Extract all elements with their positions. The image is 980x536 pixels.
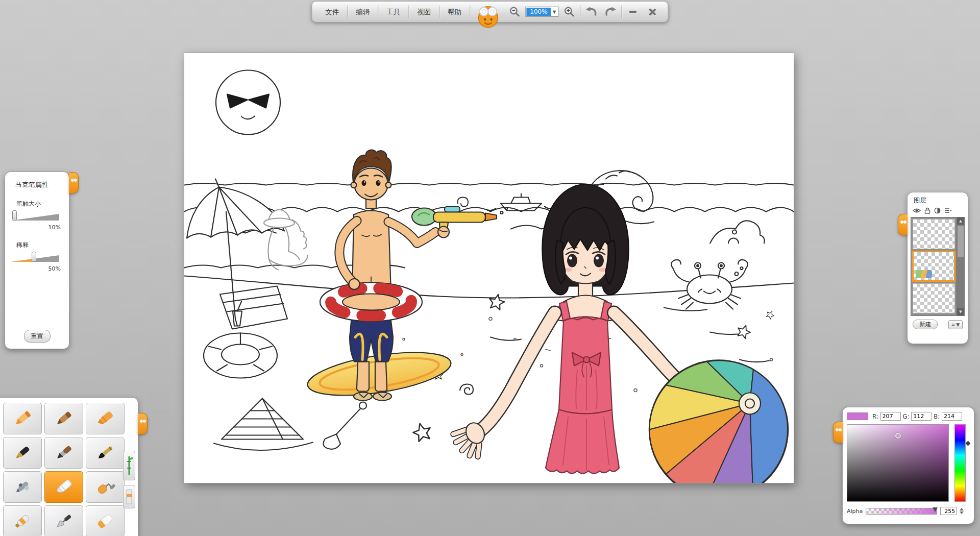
reset-button[interactable]: 重置 [24, 330, 51, 343]
alpha-spinner[interactable] [960, 508, 964, 514]
paper-roll-button[interactable] [123, 485, 135, 508]
b-input[interactable] [942, 412, 962, 421]
menu-tools[interactable]: 工具 [379, 2, 407, 22]
dilution-label: 稀释 [16, 241, 69, 250]
marker-panel-tab[interactable] [69, 172, 79, 193]
tool-paint-tube[interactable] [3, 505, 42, 536]
layer-thumbnails [911, 217, 957, 315]
zoom-level-value[interactable]: 100% [526, 8, 551, 16]
menu-edit[interactable]: 编辑 [349, 2, 377, 22]
tool-side-buttons [123, 451, 135, 508]
menu-view[interactable]: 视图 [410, 2, 438, 22]
brush-size-label: 笔触大小 [16, 200, 69, 208]
layer-thumbnail[interactable] [913, 219, 955, 249]
hue-bar[interactable] [954, 424, 966, 502]
tool-palette-panel [0, 398, 138, 536]
layers-title: 图层 [914, 197, 968, 205]
brush-size-slider[interactable] [11, 211, 62, 222]
tool-fountain-pen[interactable] [3, 437, 42, 469]
hue-marker[interactable] [966, 441, 971, 446]
tool-palette-knife[interactable] [44, 505, 83, 536]
boy-head [351, 150, 391, 200]
minimize-button[interactable] [623, 2, 643, 22]
waist-ring [320, 283, 422, 322]
alpha-input[interactable] [940, 507, 957, 515]
alpha-gradient [866, 508, 937, 514]
bamboo-pen-button[interactable] [123, 451, 135, 480]
zoom-level-combo[interactable]: 100% ▼ [525, 7, 558, 17]
g-label: G: [903, 413, 910, 420]
toolbar-divider [439, 6, 439, 18]
layers-icon-row [908, 206, 968, 216]
scroll-up-icon[interactable]: ▲ [957, 217, 964, 225]
g-input[interactable] [911, 412, 932, 421]
color-values-row: R: G: B: [843, 407, 974, 423]
sand-pyramid [214, 399, 313, 451]
tool-ink-brush[interactable] [86, 437, 125, 469]
drawing-canvas[interactable] [184, 53, 794, 483]
shell [460, 384, 473, 395]
main-toolbar: 文件 编辑 工具 视图 帮助 100% ▼ [311, 1, 668, 22]
saturation-value-box[interactable] [847, 424, 949, 502]
tool-chisel-marker-selected[interactable] [44, 471, 83, 503]
water-gun [412, 198, 507, 238]
dilution-handle[interactable] [32, 252, 36, 262]
toolbar-divider [347, 6, 348, 18]
tool-paint-brush[interactable] [44, 437, 83, 469]
tool-grid [0, 398, 138, 536]
current-color-swatch[interactable] [847, 412, 868, 420]
blend-icon[interactable] [934, 207, 941, 214]
crab [671, 260, 748, 309]
close-button[interactable] [643, 2, 662, 22]
menu-file[interactable]: 文件 [318, 2, 346, 22]
toolbar-divider [408, 6, 409, 18]
tool-orange-marker[interactable] [86, 403, 125, 434]
layer-thumbnail[interactable] [913, 283, 955, 313]
spin-up-icon[interactable] [960, 508, 964, 510]
lock-icon[interactable] [924, 207, 930, 214]
alpha-slider[interactable] [866, 508, 937, 515]
zoom-in-button[interactable] [560, 2, 579, 22]
tool-palette-tab[interactable] [138, 413, 148, 434]
undo-icon [585, 6, 598, 17]
tool-wood-pen[interactable] [44, 403, 83, 434]
menu-help[interactable]: 帮助 [440, 2, 469, 22]
zoom-dropdown-arrow-icon[interactable]: ▼ [551, 10, 558, 14]
sv-cursor[interactable] [895, 433, 901, 438]
layers-scrollbar[interactable]: ▲ ▼ [957, 217, 964, 315]
toolbar-divider [622, 6, 622, 18]
layers-footer: 新建 ≡▼ [908, 316, 968, 329]
layers-panel-tab[interactable] [898, 214, 908, 235]
r-input[interactable] [880, 412, 901, 421]
boy [305, 150, 507, 404]
layer-menu-icon[interactable] [944, 208, 952, 213]
alpha-handle[interactable] [933, 507, 938, 512]
tool-eraser[interactable] [86, 505, 125, 536]
tool-paint-roller[interactable] [86, 471, 125, 503]
dilution-slider[interactable] [11, 252, 62, 263]
tool-airbrush[interactable] [3, 471, 42, 503]
brush-size-handle[interactable] [12, 210, 17, 221]
toolbar-divider [378, 6, 378, 18]
toolbar-divider [580, 6, 581, 18]
bamboo-icon [125, 454, 133, 477]
sitting-person [264, 210, 308, 270]
layer-thumbnail-selected[interactable] [913, 251, 955, 281]
layer-options-button[interactable]: ≡▼ [948, 320, 963, 329]
new-layer-button[interactable]: 新建 [913, 320, 938, 329]
girl [453, 184, 682, 474]
redo-button[interactable] [601, 2, 621, 22]
tool-cone-pencil[interactable] [3, 403, 42, 434]
scrollbar-thumb[interactable] [958, 226, 964, 257]
mascot-icon[interactable] [475, 4, 501, 30]
color-panel-tab[interactable] [833, 422, 843, 443]
zoom-out-button[interactable] [505, 2, 524, 22]
dilution-value: 50% [5, 265, 61, 272]
scroll-down-icon[interactable]: ▼ [957, 308, 964, 315]
eye-icon[interactable] [913, 208, 921, 213]
layer-content-preview [916, 270, 932, 278]
undo-button[interactable] [582, 2, 601, 22]
girl-dress [546, 302, 619, 474]
spin-down-icon[interactable] [960, 511, 964, 514]
brush-size-track[interactable] [11, 214, 59, 221]
